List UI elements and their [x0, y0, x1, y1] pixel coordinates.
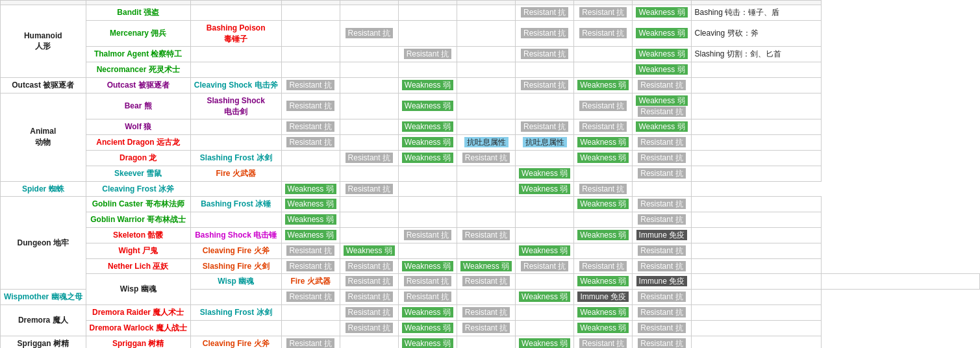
- weakness-badge: Weakness 弱: [636, 95, 687, 106]
- bash-cell: Resistant 抗: [281, 135, 340, 151]
- notes-cell: [691, 304, 821, 320]
- resistant-badge: Resistant 抗: [638, 153, 685, 163]
- weakness-badge: Weakness 弱: [285, 230, 336, 240]
- poison-cell: Resistant 抗: [633, 243, 691, 258]
- fire-cell: [457, 62, 515, 78]
- recommended-config: Fire 火武器: [281, 274, 340, 290]
- table-row: Spider 蜘蛛Cleaving Frost 冰斧Weakness 弱Resi…: [1, 181, 980, 197]
- monster-type: Wisp 幽魂: [86, 274, 190, 305]
- fire-cell: [457, 93, 515, 119]
- fire-cell: [457, 5, 515, 21]
- notes-cell: [691, 336, 821, 348]
- table-row: Skeever 雪鼠Fire 火武器Weakness 弱Resistant 抗: [1, 166, 980, 181]
- cleave-cell: Resistant 抗: [340, 304, 398, 320]
- table-row: Mercenary 佣兵Bashing Poison毒锤子Resistant 抗…: [1, 20, 980, 47]
- resistant-badge: Resistant 抗: [462, 276, 510, 286]
- notes-cell: [691, 135, 821, 151]
- resistant-badge: Resistant 抗: [579, 261, 627, 271]
- slash-cell: [398, 212, 457, 228]
- monster-name: Mercenary 佣兵: [86, 20, 190, 47]
- fire-cell: Resistant 抗: [457, 320, 515, 336]
- resistant-badge: Resistant 抗: [579, 101, 627, 111]
- notes-cell: [691, 77, 821, 93]
- resistant-badge: Resistant 抗: [579, 184, 627, 194]
- resistant-badge: Resistant 抗: [286, 101, 334, 111]
- shock-cell: [574, 212, 633, 228]
- header-config: [190, 1, 281, 5]
- cleave-cell: [340, 93, 398, 119]
- resistant-badge: Resistant 抗: [286, 292, 334, 302]
- monster-name: Dremora Raider 魔人术士: [86, 304, 190, 320]
- slash-cell: Weakness 弱: [398, 77, 457, 93]
- notes-cell: Cleaving 劈砍：斧: [691, 20, 821, 47]
- fire-cell: Resistant 抗: [457, 150, 515, 166]
- shock-cell: Resistant 抗: [574, 20, 633, 47]
- monster-name: Necromancer 死灵术士: [86, 62, 190, 78]
- fire-cell: 抗吐息属性: [457, 135, 515, 151]
- poison-cell: Resistant 抗: [633, 212, 691, 228]
- poison-cell: Resistant 抗: [633, 336, 691, 348]
- weakness-badge: Weakness 弱: [519, 292, 570, 302]
- recommended-config: Slashing Shock电击剑: [190, 93, 281, 119]
- table-row: Goblin Warrior 哥布林战士Weakness 弱Resistant …: [1, 212, 980, 228]
- table-row: Dremora 魔人Dremora Raider 魔人术士Slashing Fr…: [1, 304, 980, 320]
- recommended-config: Cleaving Frost 冰斧: [86, 181, 190, 197]
- recommended-config: [190, 62, 281, 78]
- resistant-badge: Resistant 抗: [346, 153, 393, 163]
- table-row: Animal动物Bear 熊Slashing Shock电击剑Resistant…: [1, 93, 980, 119]
- weakness-badge: Weakness 弱: [285, 199, 336, 209]
- bash-cell: Resistant 抗: [281, 119, 340, 135]
- slash-cell: [398, 62, 457, 78]
- table-row: Necromancer 死灵术士Weakness 弱: [1, 62, 980, 78]
- monster-type: Dremora 魔人: [1, 304, 86, 336]
- frost-cell: Resistant 抗: [516, 119, 574, 135]
- immune-badge: Immune 免疫: [636, 276, 688, 286]
- fire-cell: [457, 166, 515, 181]
- resistant-badge: Resistant 抗: [638, 323, 685, 333]
- slash-cell: Weakness 弱: [398, 304, 457, 320]
- frost-cell: Resistant 抗: [516, 77, 574, 93]
- monster-type: Animal动物: [1, 93, 86, 181]
- shock-cell: [574, 47, 633, 62]
- frost-cell: Weakness 弱: [516, 290, 574, 305]
- resistant-badge: Resistant 抗: [286, 245, 334, 256]
- slash-cell: Resistant 抗: [398, 290, 457, 305]
- frost-cell: Weakness 弱: [516, 243, 574, 258]
- weakness-badge: Weakness 弱: [577, 276, 629, 286]
- cleave-cell: [340, 5, 398, 21]
- header-shock: [574, 1, 633, 5]
- shock-cell: Resistant 抗: [574, 5, 633, 21]
- weakness-badge: Weakness 弱: [402, 80, 453, 90]
- notes-cell: [691, 258, 821, 274]
- shock-cell: [574, 243, 633, 258]
- poison-cell: Weakness 弱: [633, 5, 691, 21]
- cleave-cell: [340, 336, 398, 348]
- frost-cell: [516, 212, 574, 228]
- bash-cell: [281, 47, 340, 62]
- monster-name: Wight 尸鬼: [86, 243, 190, 258]
- notes-cell: [691, 119, 821, 135]
- bash-cell: [281, 62, 340, 78]
- slash-cell: Weakness 弱: [398, 119, 457, 135]
- monster-name: Spriggan 树精: [86, 336, 190, 348]
- special-badge: 抗吐息属性: [523, 137, 567, 147]
- fire-cell: [457, 47, 515, 62]
- weakness-badge: Weakness 弱: [636, 7, 687, 18]
- cleave-cell: [340, 227, 398, 243]
- monster-table: Humanoid人形Bandit 强盗Resistant 抗Resistant …: [0, 0, 980, 348]
- shock-cell: Weakness 弱: [516, 181, 574, 197]
- header-type: [1, 1, 86, 5]
- notes-cell: [691, 243, 821, 258]
- resistant-badge: Resistant 抗: [638, 261, 685, 271]
- cleave-cell: [340, 135, 398, 151]
- resistant-badge: Resistant 抗: [346, 28, 393, 38]
- weakness-badge: Weakness 弱: [577, 80, 629, 90]
- slash-cell: Resistant 抗: [340, 181, 398, 197]
- resistant-badge: Resistant 抗: [638, 137, 685, 147]
- frost-cell: Weakness 弱: [516, 166, 574, 181]
- monster-name: Dremora Warlock 魔人战士: [86, 320, 190, 336]
- slash-cell: Weakness 弱: [398, 320, 457, 336]
- resistant-badge: Resistant 抗: [404, 292, 451, 302]
- resistant-badge: Resistant 抗: [521, 49, 568, 59]
- notes-cell: [691, 212, 821, 228]
